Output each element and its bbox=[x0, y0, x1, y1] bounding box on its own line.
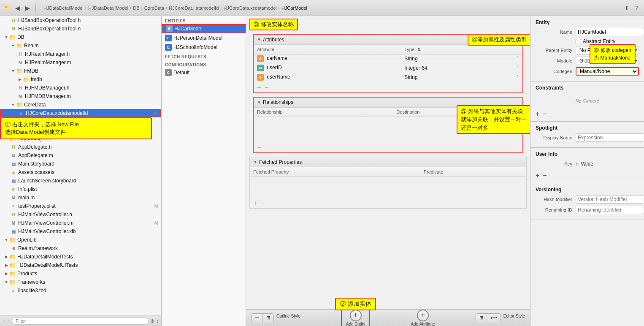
tree-item-hjmainvc-m[interactable]: M HJMainViewController.m M bbox=[0, 219, 161, 227]
inspector-displayname-label: Display Name bbox=[536, 135, 576, 140]
forward-icon[interactable]: ▶ bbox=[24, 4, 31, 12]
inspector-displayname-input[interactable] bbox=[576, 133, 643, 142]
inspector-codegen-wrapper: ⑥ 修改 codegen为 Manual/None Codegen Manual… bbox=[536, 67, 639, 76]
entity-item-default[interactable]: C Default bbox=[162, 68, 246, 77]
attr-name-username: userName bbox=[267, 74, 290, 80]
tree-item-uitests-folder[interactable]: ▶ 📁 HJDataDetailModelUITests bbox=[0, 261, 161, 269]
attributes-toggle[interactable]: ▼ bbox=[257, 37, 261, 42]
abstract-entity-checkbox[interactable] bbox=[576, 39, 581, 44]
entity-label-hjschool: HJSchoolInfoModel bbox=[173, 44, 217, 50]
tree-item-hjcoredata-xcdatamodel[interactable]: ◈ HJCoreData.xcdatamodelId M bbox=[0, 109, 161, 117]
tree-item-hjsandbox-h[interactable]: H HJSandBoxOperationTool.h bbox=[0, 16, 161, 24]
entity-icon-default: C bbox=[165, 69, 172, 76]
inspector-codegen-select[interactable]: Manual/None bbox=[576, 67, 639, 76]
add-userinfo-btn[interactable]: + bbox=[536, 172, 539, 179]
tree-item-hjrealm-m[interactable]: M HJRealmManager.m bbox=[0, 58, 161, 67]
inspector-spotlight-title: Spotlight bbox=[536, 125, 639, 131]
tree-item-assets[interactable]: ◈ Assets.xcassets bbox=[0, 168, 161, 177]
inspector-hashmod-input[interactable] bbox=[576, 195, 643, 204]
attr-row-carname[interactable]: S carName String ⌃ bbox=[254, 54, 522, 63]
sidebar-toggle-left[interactable]: ≡ bbox=[3, 318, 5, 324]
tree-item-hjfmdb-h[interactable]: H HJFMDBManager.h bbox=[0, 84, 161, 92]
help-icon[interactable]: ? bbox=[633, 4, 641, 12]
outline-style-label: Outline Style bbox=[276, 314, 300, 322]
tree-item-realm-folder[interactable]: ▼ 📁 Realm bbox=[0, 41, 161, 50]
breadcrumb-hjdatadetailmodel[interactable]: HJDataDetailModel bbox=[43, 5, 84, 11]
inspector-versioning-title: Versioning bbox=[536, 187, 639, 193]
tree-item-hjmainvc-xib[interactable]: ▦ HJMainViewController.xib bbox=[0, 227, 161, 236]
editor-style-label: Editor Style bbox=[503, 314, 525, 322]
filter-options-icon[interactable]: ⊕ bbox=[150, 318, 154, 324]
entity-item-hjperson[interactable]: E HJPersonDetailModel bbox=[162, 33, 246, 43]
tree-item-appdelegate-h[interactable]: H AppDelegate.h bbox=[0, 143, 161, 151]
relationships-toggle[interactable]: ▼ bbox=[257, 100, 261, 105]
remove-fetched-prop-btn[interactable]: − bbox=[260, 200, 264, 206]
tree-item-products-folder[interactable]: ▶ 📁 Products bbox=[0, 269, 161, 278]
tree-item-realm-framework[interactable]: ⚙ Realm.framework bbox=[0, 244, 161, 253]
tree-item-main-m[interactable]: M main.m bbox=[0, 193, 161, 202]
entity-item-hjschool[interactable]: E HJSchoolInfoModel bbox=[162, 43, 246, 52]
outline-grid-btn[interactable]: ⊞ bbox=[263, 314, 273, 322]
tree-item-hjsandbox-n[interactable]: H HJSandBoxOperationTool.n bbox=[0, 24, 161, 33]
tree-item-info-plist[interactable]: ≡ Info.plist bbox=[0, 185, 161, 193]
tree-item-hjmainvc-h[interactable]: H HJMainViewController.h bbox=[0, 210, 161, 219]
inspector-parent-label: Parent Entity bbox=[536, 48, 576, 53]
remove-userinfo-btn[interactable]: − bbox=[543, 172, 547, 179]
back-icon[interactable]: ◀ bbox=[14, 4, 21, 12]
outline-style-buttons: ☰ ⊞ bbox=[251, 313, 274, 322]
attr-row-username[interactable]: S userName String ⌃ bbox=[254, 73, 522, 82]
remove-attribute-btn[interactable]: − bbox=[264, 84, 268, 91]
outline-list-btn[interactable]: ☰ bbox=[252, 314, 263, 322]
fetched-props-toggle[interactable]: ▼ bbox=[253, 160, 257, 164]
breadcrumb-hjcarmodel[interactable]: HJCarModel bbox=[281, 5, 307, 11]
add-entity-circle-icon: + bbox=[350, 310, 362, 321]
filter-sort-icon[interactable]: ↕ bbox=[156, 318, 159, 324]
bottom-toolbar: ☰ ⊞ Outline Style ② 添加实体 + Add Entity + … bbox=[246, 309, 530, 326]
tree-item-testproperty-plist[interactable]: ≡ testProperty.plist M bbox=[0, 202, 161, 210]
tree-item-hjfmdb-m[interactable]: M HJFMDBManager.m bbox=[0, 92, 161, 101]
editor-graph-btn[interactable]: ⟷ bbox=[487, 314, 501, 322]
tree-item-hjrealm-h[interactable]: H HJRealmManager.h bbox=[0, 50, 161, 58]
add-entity-label: Add Entity bbox=[346, 322, 365, 326]
tree-item-launch-storyboard[interactable]: ▦ LaunchScreen.storyboard bbox=[0, 177, 161, 185]
sidebar: ① 右击文件夹，选择 New File选择Data Model创建文件 H HJ… bbox=[0, 16, 162, 326]
add-relationship-btn[interactable]: + bbox=[257, 144, 261, 151]
attr-icon-number-userid: N bbox=[257, 65, 264, 71]
tree-item-frameworks-folder[interactable]: ▼ 📁 Frameworks bbox=[0, 278, 161, 286]
breadcrumb-db[interactable]: DB bbox=[133, 5, 139, 11]
attr-type-username: String bbox=[404, 74, 417, 80]
entity-label-default: Default bbox=[173, 70, 189, 76]
breadcrumb-hjdatadetailmodel2[interactable]: HJDataDetailModel bbox=[88, 5, 128, 11]
sidebar-toggle-right[interactable]: ≡ bbox=[7, 318, 10, 324]
tree-item-fmdb-folder[interactable]: ▼ 📁 FMDB bbox=[0, 67, 161, 75]
tree-item-openlib-folder[interactable]: ▼ 📁 OpenLib bbox=[0, 236, 161, 244]
attributes-title: Attributes bbox=[263, 37, 284, 43]
add-entity-button[interactable]: + Add Entity bbox=[341, 308, 371, 326]
tree-item-coredata-folder[interactable]: ▼ 📁 CoreData bbox=[0, 101, 161, 109]
folder-icon[interactable]: 📁 bbox=[3, 4, 11, 12]
add-attribute-inline-btn[interactable]: + bbox=[257, 84, 261, 91]
filter-input[interactable] bbox=[12, 317, 149, 325]
breadcrumb-hjcoredata-id[interactable]: HJCoreDat...atamodelId bbox=[169, 5, 219, 11]
breadcrumb-coredata[interactable]: CoreData bbox=[144, 5, 164, 11]
tree-item-main-storyboard[interactable]: ▦ Main.storyboard bbox=[0, 160, 161, 168]
inspector-name-input[interactable] bbox=[576, 28, 643, 36]
breadcrumb-hjcoredata-model[interactable]: HJCoreData.xcdatamodel bbox=[224, 5, 277, 11]
add-fetched-prop-btn[interactable]: + bbox=[253, 200, 257, 206]
remove-constraint-btn[interactable]: − bbox=[543, 110, 547, 118]
entity-item-hjcarmodel[interactable]: E HJCarModel bbox=[162, 24, 246, 33]
tree-item-tests-folder[interactable]: ▶ 📁 HJDataDetailModelTests bbox=[0, 253, 161, 261]
tree-item-fmdb-sub[interactable]: ▶ 📁 fmdb bbox=[0, 75, 161, 84]
add-constraint-btn[interactable]: + bbox=[536, 110, 539, 118]
tree-item-db-folder[interactable]: ▼ 📁 DB bbox=[0, 33, 161, 41]
tree-item-appdelegate-m[interactable]: M AppDelegate.m bbox=[0, 151, 161, 160]
tree-item-libsqlite-tbd[interactable]: ≡ libsqlite3.tbd bbox=[0, 286, 161, 295]
editor-table-btn[interactable]: ⊞ bbox=[476, 314, 487, 322]
bottom-left-group: ☰ ⊞ Outline Style bbox=[251, 313, 300, 322]
inspector-hashmod-label: Hash Modifier bbox=[536, 197, 576, 202]
attr-row-userid[interactable]: N userID Integer 64 ⌃ bbox=[254, 63, 522, 73]
inspector-renamingid-input[interactable] bbox=[576, 206, 643, 214]
add-attribute-button[interactable]: + Add Attribute bbox=[411, 310, 435, 326]
share-icon[interactable]: ⬆ bbox=[623, 4, 630, 12]
attr-name-userid: userID bbox=[267, 65, 281, 71]
